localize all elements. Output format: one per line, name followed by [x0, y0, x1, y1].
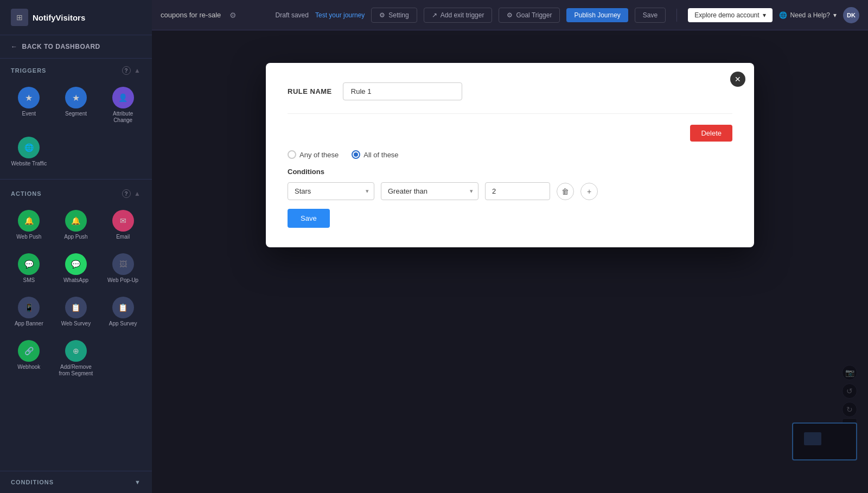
back-label: BACK TO DASHBOARD — [22, 43, 100, 50]
attribute-select[interactable]: Stars Rating Score — [288, 182, 374, 200]
rule-name-row: RULE NAME — [288, 82, 732, 100]
rule-name-label: RULE NAME — [288, 87, 332, 95]
conditions-section[interactable]: CONDITIONS ▼ — [0, 471, 152, 493]
main-area: coupons for re-sale ⚙ Draft saved Test y… — [152, 0, 868, 493]
test-journey-link[interactable]: Test your journey — [315, 11, 365, 19]
avatar-initials: DK — [847, 12, 856, 18]
web-push-icon: 🔔 — [18, 210, 40, 232]
website-traffic-label: Website Traffic — [11, 161, 47, 167]
radio-dot — [354, 152, 358, 157]
exit-trigger-button[interactable]: ↗ Add exit trigger — [424, 8, 493, 23]
sidebar-item-attribute-change[interactable]: 👤 Attribute Change — [100, 81, 145, 129]
attribute-change-icon: 👤 — [112, 87, 134, 108]
help-icon: 🌐 — [779, 11, 787, 19]
any-of-these-label: Any of these — [299, 151, 339, 159]
setting-icon: ⚙ — [379, 11, 385, 19]
sidebar-item-web-survey[interactable]: 📋 Web Survey — [54, 291, 99, 332]
trash-icon: 🗑 — [561, 187, 569, 196]
conditions-collapse-icon: ▼ — [135, 479, 141, 485]
webhook-label: Webhook — [17, 364, 40, 370]
explore-label: Explore demo account — [694, 11, 759, 19]
sidebar-item-segment[interactable]: ★ Segment — [54, 81, 99, 129]
actions-collapse-icon[interactable]: ▲ — [134, 190, 141, 197]
publish-journey-button[interactable]: Publish Journey — [566, 8, 628, 22]
sidebar-item-email[interactable]: ✉ Email — [100, 204, 145, 246]
gear-icon[interactable]: ⚙ — [229, 11, 237, 20]
all-of-these-radio[interactable] — [352, 150, 360, 159]
back-to-dashboard-button[interactable]: ← BACK TO DASHBOARD — [0, 35, 152, 59]
app-push-icon: 🔔 — [65, 210, 87, 232]
save-label: Save — [643, 11, 658, 19]
back-arrow-icon: ← — [11, 43, 18, 50]
avatar[interactable]: DK — [843, 7, 859, 23]
modal-close-button[interactable]: ✕ — [730, 72, 745, 87]
sidebar-item-event[interactable]: ★ Event — [7, 81, 52, 129]
web-survey-label: Web Survey — [61, 321, 91, 327]
triggers-section-header: TRIGGERS ? ▲ — [0, 59, 152, 79]
event-icon: ★ — [18, 87, 40, 108]
journey-title: coupons for re-sale — [161, 11, 221, 19]
setting-button[interactable]: ⚙ Setting — [371, 8, 417, 23]
condition-value-input[interactable] — [485, 182, 550, 200]
segment-label: Segment — [65, 111, 87, 117]
goal-trigger-button[interactable]: ⚙ Goal Trigger — [499, 8, 560, 23]
website-traffic-icon: 🌐 — [18, 137, 40, 158]
sidebar-item-app-survey[interactable]: 📋 App Survey — [100, 291, 145, 332]
operator-select[interactable]: Greater than Less than Equal to — [381, 182, 478, 200]
goal-trigger-icon: ⚙ — [507, 11, 513, 19]
triggers-collapse-icon[interactable]: ▲ — [134, 67, 141, 74]
whatsapp-label: WhatsApp — [63, 277, 88, 284]
app-push-label: App Push — [64, 234, 87, 240]
conditions-section-label: Conditions — [288, 168, 732, 176]
explore-demo-button[interactable]: Explore demo account ▾ — [688, 8, 772, 22]
logo-area: ⊞ NotifyVisitors — [0, 0, 152, 35]
exit-trigger-icon: ↗ — [432, 11, 437, 19]
modal-overlay[interactable]: ✕ RULE NAME Delete Any of these — [152, 30, 868, 493]
app-name: NotifyVisitors — [33, 13, 85, 22]
sidebar-item-web-pop-up[interactable]: 🖼 Web Pop-Up — [100, 248, 145, 289]
sidebar-item-app-push[interactable]: 🔔 App Push — [54, 204, 99, 246]
sms-label: SMS — [23, 277, 35, 284]
delete-button[interactable]: Delete — [690, 125, 732, 142]
sidebar-item-app-banner[interactable]: 📱 App Banner — [7, 291, 52, 332]
delete-condition-button[interactable]: 🗑 — [557, 183, 574, 200]
web-push-label: Web Push — [16, 234, 41, 240]
operator-select-wrapper: Greater than Less than Equal to ▾ — [381, 182, 478, 200]
attribute-select-wrapper: Stars Rating Score ▾ — [288, 182, 374, 200]
sidebar: ⊞ NotifyVisitors ← BACK TO DASHBOARD TRI… — [0, 0, 152, 493]
plus-icon: + — [587, 187, 591, 196]
any-of-these-radio[interactable] — [288, 150, 296, 159]
triggers-label: TRIGGERS — [11, 67, 46, 74]
sidebar-item-add-remove-segment[interactable]: ⊕ Add/Remove from Segment — [54, 335, 99, 382]
draft-status: Draft saved — [276, 11, 309, 19]
triggers-help-icon[interactable]: ? — [122, 66, 131, 75]
sidebar-item-web-push[interactable]: 🔔 Web Push — [7, 204, 52, 246]
rule-name-input[interactable] — [343, 82, 462, 100]
publish-label: Publish Journey — [574, 11, 620, 19]
journey-canvas[interactable]: 📷 ↺ ↻ − ↺ ✕ RULE NAME — [152, 30, 868, 493]
sidebar-item-whatsapp[interactable]: 💬 WhatsApp — [54, 248, 99, 289]
actions-label: ACTIONS — [11, 190, 42, 197]
sidebar-item-website-traffic[interactable]: 🌐 Website Traffic — [7, 131, 52, 172]
actions-help-icon[interactable]: ? — [122, 189, 131, 198]
help-button[interactable]: 🌐 Need a Help? ▾ — [779, 11, 837, 19]
sidebar-item-webhook[interactable]: 🔗 Webhook — [7, 335, 52, 382]
add-condition-button[interactable]: + — [580, 183, 598, 200]
app-survey-icon: 📋 — [112, 297, 134, 318]
actions-section-header: ACTIONS ? ▲ — [0, 182, 152, 202]
topbar: coupons for re-sale ⚙ Draft saved Test y… — [152, 0, 868, 30]
any-of-these-option[interactable]: Any of these — [288, 150, 339, 159]
all-of-these-label: All of these — [363, 151, 398, 159]
save-button[interactable]: Save — [635, 8, 666, 23]
logo-icon: ⊞ — [11, 9, 28, 26]
modal-save-button[interactable]: Save — [288, 209, 330, 228]
webhook-icon: 🔗 — [18, 340, 40, 362]
sidebar-item-sms[interactable]: 💬 SMS — [7, 248, 52, 289]
app-banner-label: App Banner — [15, 321, 43, 327]
all-of-these-option[interactable]: All of these — [352, 150, 398, 159]
app-banner-icon: 📱 — [18, 297, 40, 318]
close-icon: ✕ — [735, 75, 741, 84]
email-label: Email — [116, 234, 130, 240]
help-chevron-icon: ▾ — [833, 11, 837, 19]
exit-trigger-label: Add exit trigger — [441, 11, 484, 19]
